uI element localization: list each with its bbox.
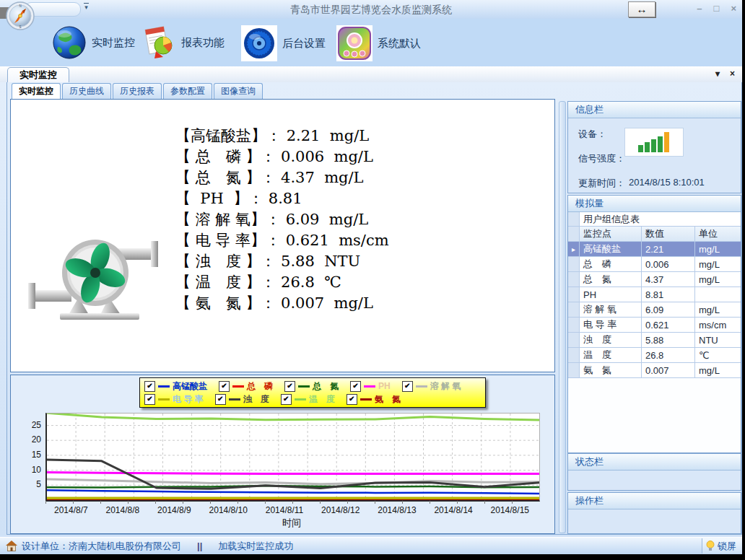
cell-unit: mg/L: [695, 302, 741, 317]
cell-value: 5.88: [642, 333, 695, 347]
legend-item: ✔温 度: [281, 393, 335, 406]
legend-line-swatch: [416, 385, 427, 388]
legend-checkbox[interactable]: ✔: [284, 381, 295, 392]
chart-legend: ✔高锰酸盐✔总 磷✔总 氮✔PH✔溶 解 氧✔电 导 率✔浊 度✔温 度✔氨 氮: [139, 377, 486, 408]
legend-line-swatch: [364, 385, 375, 388]
lock-screen-label: 锁屏: [718, 540, 736, 553]
toolbar-button-default[interactable]: 系统默认: [336, 25, 421, 61]
analog-panel-header: 模拟量: [568, 196, 741, 212]
cell-value: 8.81: [642, 287, 695, 302]
reading-line: 【 温 度 】： 26.8 ℃: [175, 272, 389, 293]
cell-unit: mg/L: [695, 257, 741, 271]
x-tick-label: 2014/8/12: [321, 505, 360, 515]
close-button[interactable]: ×: [731, 2, 736, 15]
compass-app-icon[interactable]: N S: [5, 1, 35, 31]
tabstrip-close-icon[interactable]: ×: [730, 69, 735, 79]
subtab-history-curve[interactable]: 历史曲线: [62, 83, 111, 99]
designer-text: 设计单位：济南大陆机电股份有限公司: [22, 540, 181, 553]
signal-bar: [645, 142, 650, 152]
quick-access-caret-icon[interactable]: ▾: [84, 3, 89, 11]
legend-checkbox[interactable]: ✔: [350, 381, 361, 392]
report-icon: [141, 25, 176, 60]
cell-unit: NTU: [695, 333, 741, 347]
reading-line: 【 总 氮 】： 4.37 mg/L: [175, 167, 389, 188]
legend-checkbox[interactable]: ✔: [219, 381, 230, 392]
reading-line: 【 电 导 率】： 0.621 ms/cm: [175, 230, 389, 251]
device-label: 设备：: [578, 128, 606, 141]
legend-checkbox[interactable]: ✔: [281, 394, 292, 405]
legend-item: ✔氨 氮: [347, 393, 401, 406]
y-tick-label: 20: [32, 434, 41, 445]
panel-splitter[interactable]: [559, 101, 566, 533]
legend-item: ✔总 氮: [284, 380, 339, 393]
bulb-icon: [706, 541, 715, 551]
y-tick-label: 5: [36, 479, 41, 489]
x-tick-label: 2014/8/9: [157, 505, 191, 515]
toolbar-label-settings: 后台设置: [282, 37, 326, 51]
table-row[interactable]: 总 磷0.006mg/L: [568, 257, 741, 272]
table-row[interactable]: 电 导 率0.621ms/cm: [568, 318, 741, 333]
window-controls: – □ ×: [697, 2, 736, 15]
cell-value: 26.8: [642, 348, 695, 362]
subtab-image-query[interactable]: 图像查询: [214, 83, 263, 99]
table-row[interactable]: ▸高锰酸盐2.21mg/L: [568, 242, 741, 257]
table-row[interactable]: 总 氮4.37mg/L: [568, 272, 741, 287]
content-area: 实时监控 历史曲线 历史报表 参数配置 图像查询: [0, 82, 742, 535]
legend-label: 总 磷: [247, 380, 273, 393]
y-tick-label: 10: [32, 465, 41, 475]
legend-checkbox[interactable]: ✔: [215, 394, 226, 405]
legend-checkbox[interactable]: ✔: [402, 381, 413, 392]
subtab-parameter-config[interactable]: 参数配置: [163, 83, 212, 99]
tabstrip-dropdown-icon[interactable]: ▾: [715, 69, 720, 79]
minimize-button[interactable]: –: [697, 2, 702, 15]
table-row[interactable]: 温 度26.8℃: [568, 348, 741, 363]
table-column-header: 监控点 数值 单位: [568, 227, 741, 242]
legend-line-swatch: [232, 385, 244, 388]
legend-item: ✔电 导 率: [144, 393, 204, 406]
document-tab-realtime[interactable]: 实时监控: [7, 67, 69, 83]
row-selector-gutter: [568, 363, 580, 377]
column-unit: 单位: [695, 227, 741, 241]
signal-bar: [658, 136, 663, 152]
reading-line: 【 浊 度 】： 5.88 NTU: [175, 251, 389, 272]
legend-checkbox[interactable]: ✔: [144, 381, 155, 392]
reading-line: 【 PH 】： 8.81: [175, 188, 389, 209]
legend-row: ✔高锰酸盐✔总 磷✔总 氮✔PH✔溶 解 氧: [144, 380, 481, 393]
row-selector-gutter: [568, 318, 580, 332]
lock-screen-button[interactable]: 锁屏: [702, 538, 741, 554]
cell-value: 6.09: [642, 302, 695, 317]
legend-label: 浊 度: [243, 393, 269, 406]
table-row[interactable]: 浊 度5.88NTU: [568, 333, 741, 348]
legend-line-swatch: [360, 398, 372, 401]
legend-checkbox[interactable]: ✔: [144, 394, 155, 405]
subtab-realtime[interactable]: 实时监控: [12, 83, 61, 99]
legend-label: 溶 解 氧: [430, 380, 461, 393]
cell-monitor-point: 温 度: [580, 348, 642, 362]
cell-value: 4.37: [642, 272, 695, 286]
statusbar-message: 加载实时监控成功: [218, 540, 293, 553]
toolbar-label-realtime: 实时监控: [92, 36, 135, 50]
row-selector-gutter: ▸: [568, 242, 580, 256]
legend-checkbox[interactable]: ✔: [347, 394, 357, 405]
cell-unit: [695, 287, 741, 302]
reading-line: 【高锰酸盐】： 2.21 mg/L: [175, 126, 389, 146]
window-title: 青岛市世界园艺博览会水质监测系统: [144, 4, 598, 17]
chart-x-ticks: [45, 501, 538, 504]
legend-label: 电 导 率: [173, 393, 204, 406]
svg-text:S: S: [19, 25, 21, 29]
chart-plot-area: [45, 413, 540, 502]
subtab-history-report[interactable]: 历史报表: [113, 83, 162, 99]
row-selector-gutter: [568, 348, 580, 362]
toolbar-button-reports[interactable]: 报表功能: [141, 25, 225, 60]
resize-button[interactable]: ↔: [628, 1, 655, 17]
toolbar-button-realtime[interactable]: 实时监控: [52, 25, 135, 60]
resize-icon: ↔: [637, 3, 648, 15]
table-row[interactable]: 溶 解 氧6.09mg/L: [568, 302, 741, 318]
toolbar-button-settings[interactable]: 后台设置: [241, 25, 326, 61]
y-tick-label: 15: [32, 450, 41, 460]
dial-icon: [241, 25, 277, 61]
maximize-button[interactable]: □: [714, 2, 720, 15]
row-selector-gutter: [568, 287, 580, 302]
table-row[interactable]: 氨 氮0.007mg/L: [568, 363, 741, 378]
table-row[interactable]: PH8.81: [568, 287, 741, 302]
